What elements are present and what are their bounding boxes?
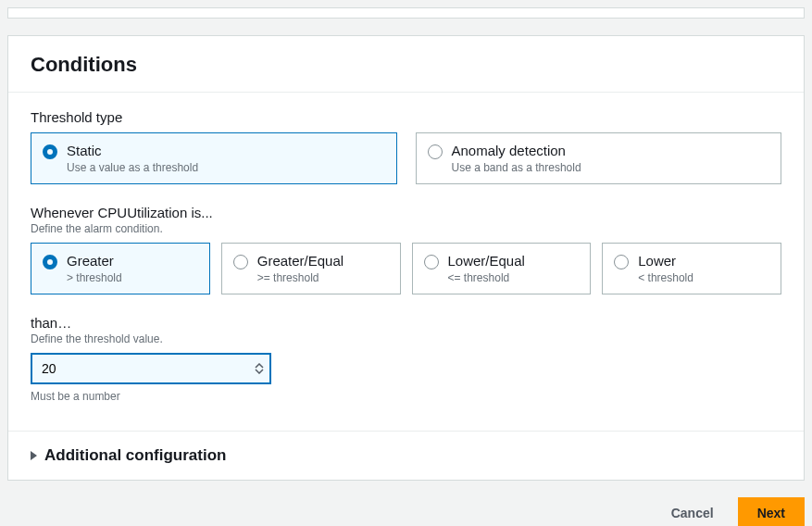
threshold-type-label: Threshold type (31, 109, 781, 125)
threshold-type-static[interactable]: Static Use a value as a threshold (31, 132, 397, 184)
option-desc: < threshold (638, 271, 693, 284)
threshold-type-section: Threshold type Static Use a value as a t… (31, 109, 781, 184)
option-desc: Use a band as a threshold (452, 161, 581, 174)
radio-icon (43, 255, 57, 269)
threshold-input-wrap (31, 353, 271, 384)
previous-panel-bottom (7, 7, 805, 19)
option-title: Anomaly detection (452, 143, 581, 159)
radio-icon (614, 255, 629, 269)
option-title: Greater (67, 253, 122, 269)
radio-icon (428, 144, 443, 159)
additional-config-label: Additional configuration (44, 446, 226, 465)
panel-header: Conditions (8, 36, 804, 93)
whenever-sub: Define the alarm condition. (31, 222, 781, 235)
option-desc: > threshold (67, 271, 122, 284)
whenever-label: Whenever CPUUtilization is... (31, 205, 781, 220)
option-desc: Use a value as a threshold (67, 161, 198, 174)
radio-icon (43, 144, 57, 159)
stepper-icon[interactable] (255, 363, 264, 374)
than-section: than… Define the threshold value. Must b… (31, 315, 781, 403)
cancel-button[interactable]: Cancel (660, 498, 725, 526)
than-sub: Define the threshold value. (31, 332, 781, 345)
option-title: Static (67, 143, 198, 159)
panel-body: Threshold type Static Use a value as a t… (8, 93, 804, 431)
threshold-input[interactable] (31, 353, 271, 384)
panel-title: Conditions (31, 53, 781, 77)
option-title: Lower/Equal (448, 253, 525, 269)
than-hint: Must be a number (31, 390, 781, 403)
additional-config-expander[interactable]: Additional configuration (31, 446, 226, 465)
option-desc: >= threshold (257, 271, 344, 284)
threshold-type-anomaly[interactable]: Anomaly detection Use a band as a thresh… (416, 132, 782, 184)
panel-footer: Additional configuration (8, 431, 804, 480)
comparison-lower[interactable]: Lower < threshold (602, 243, 781, 294)
conditions-panel: Conditions Threshold type Static Use a v… (7, 35, 805, 481)
than-label: than… (31, 315, 781, 331)
threshold-type-options: Static Use a value as a threshold Anomal… (31, 132, 781, 184)
whenever-options: Greater > threshold Greater/Equal >= thr… (31, 243, 781, 294)
comparison-greater[interactable]: Greater > threshold (31, 243, 210, 294)
radio-icon (424, 255, 439, 269)
option-desc: <= threshold (448, 271, 525, 284)
whenever-section: Whenever CPUUtilization is... Define the… (31, 205, 781, 294)
comparison-greater-equal[interactable]: Greater/Equal >= threshold (221, 243, 401, 294)
comparison-lower-equal[interactable]: Lower/Equal <= threshold (412, 243, 592, 294)
radio-icon (233, 255, 248, 269)
caret-right-icon (31, 451, 37, 460)
wizard-actions: Cancel Next (7, 497, 805, 526)
option-title: Lower (638, 253, 693, 269)
next-button[interactable]: Next (738, 497, 805, 526)
option-title: Greater/Equal (257, 253, 344, 269)
